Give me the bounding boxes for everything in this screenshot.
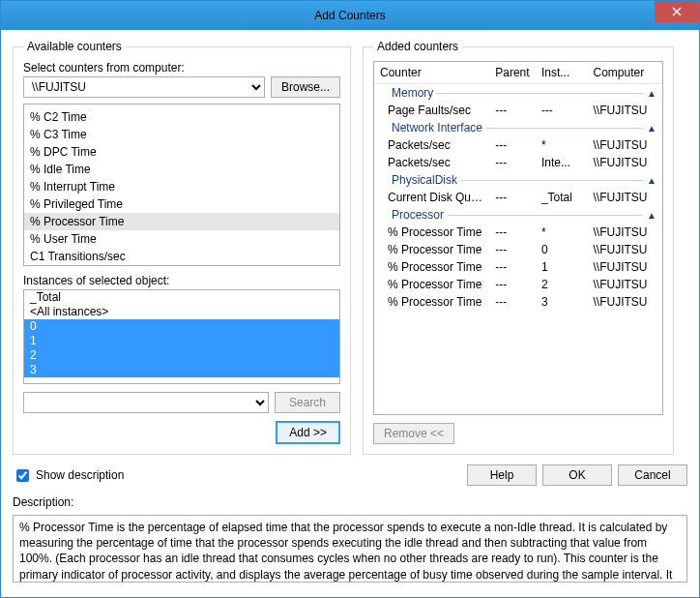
collapse-icon[interactable]: ▲ [647, 123, 656, 134]
table-row[interactable]: % Processor Time---*\\FUJITSU [374, 224, 662, 241]
group-name: PhysicalDisk [392, 173, 457, 187]
table-row[interactable]: Packets/sec---Inte...\\FUJITSU [374, 154, 662, 171]
instance-item[interactable]: _Total [24, 290, 339, 305]
added-counters-legend: Added counters [373, 40, 462, 53]
cell-instance: 3 [536, 293, 588, 311]
cell-instance: --- [536, 102, 588, 119]
search-combo[interactable] [23, 392, 269, 413]
counter-item[interactable]: % C3 Time [24, 126, 339, 143]
counter-item[interactable]: C1 Transitions/sec [24, 248, 339, 265]
columns: Available counters Select counters from … [13, 40, 687, 455]
description-label: Description: [13, 495, 687, 509]
instance-item[interactable]: 2 [24, 348, 339, 363]
cell-parent: --- [489, 276, 536, 293]
instance-item[interactable]: 1 [24, 334, 339, 348]
dialog-content: Available counters Select counters from … [1, 30, 699, 597]
added-table-wrap[interactable]: Counter Parent Inst... Computer Memory▲P… [373, 61, 663, 415]
table-row[interactable]: % Processor Time---2\\FUJITSU [374, 276, 662, 293]
cell-computer: \\FUJITSU [588, 241, 663, 258]
cell-parent: --- [489, 102, 536, 119]
cell-counter: Current Disk Queue ... [374, 189, 489, 206]
computer-select[interactable]: \\FUJITSU [23, 76, 265, 98]
cell-counter: % Processor Time [374, 241, 489, 258]
group-name: Processor [392, 208, 444, 222]
help-button[interactable]: Help [467, 464, 537, 486]
group-row[interactable]: Processor▲ [374, 206, 662, 224]
collapse-icon[interactable]: ▲ [647, 88, 656, 99]
available-counters-panel: Available counters Select counters from … [13, 40, 351, 455]
remove-button[interactable]: Remove << [373, 423, 454, 444]
counter-item[interactable]: % DPC Time [24, 143, 339, 161]
instance-item[interactable]: <All instances> [24, 305, 339, 319]
cell-counter: % Processor Time [374, 258, 489, 276]
col-instance[interactable]: Inst... [536, 62, 588, 84]
table-row[interactable]: % Processor Time---3\\FUJITSU [374, 293, 662, 311]
remove-row: Remove << [373, 423, 663, 444]
col-parent[interactable]: Parent [489, 62, 536, 84]
counter-item[interactable]: % Interrupt Time [24, 178, 339, 195]
cell-counter: Packets/sec [374, 136, 489, 154]
added-counters-panel: Added counters Counter Parent Inst... Co… [363, 40, 674, 455]
cell-instance: 1 [536, 258, 588, 276]
dialog-buttons: Help OK Cancel [467, 464, 687, 486]
group-name: Memory [392, 86, 433, 100]
cell-parent: --- [489, 189, 536, 206]
cell-parent: --- [489, 258, 536, 276]
collapse-icon[interactable]: ▲ [647, 210, 656, 221]
counter-item[interactable]: % Processor Time [24, 213, 339, 230]
counter-item[interactable]: % Privileged Time [24, 195, 339, 213]
group-row[interactable]: PhysicalDisk▲ [374, 171, 662, 189]
table-row[interactable]: % Processor Time---1\\FUJITSU [374, 258, 662, 276]
ok-button[interactable]: OK [542, 464, 612, 486]
cell-instance: _Total [536, 189, 588, 206]
available-counters-legend: Available counters [23, 40, 126, 53]
cell-counter: % Processor Time [374, 293, 489, 311]
show-description-label[interactable]: Show description [13, 466, 124, 485]
dialog-window: Add Counters Available counters Select c… [0, 0, 700, 598]
instances-label: Instances of selected object: [23, 274, 340, 287]
cell-instance: * [536, 136, 588, 154]
select-computer-label: Select counters from computer: [23, 61, 340, 75]
counter-item[interactable]: % User Time [24, 230, 339, 248]
cell-computer: \\FUJITSU [588, 136, 663, 154]
cell-parent: --- [489, 293, 536, 311]
under-columns-row: Show description Help OK Cancel [13, 464, 687, 486]
show-description-checkbox[interactable] [16, 469, 29, 482]
group-row[interactable]: Network Interface▲ [374, 119, 662, 136]
cell-instance: 2 [536, 276, 588, 293]
instances-listbox[interactable]: _Total<All instances>0123 [23, 289, 340, 384]
search-button[interactable]: Search [275, 392, 340, 413]
description-box[interactable]: % Processor Time is the percentage of el… [13, 515, 687, 583]
table-row[interactable]: Packets/sec---*\\FUJITSU [374, 136, 662, 154]
counter-item[interactable]: % Idle Time [24, 161, 339, 178]
cell-computer: \\FUJITSU [588, 189, 663, 206]
instance-item[interactable]: 3 [24, 363, 339, 377]
cell-instance: Inte... [536, 154, 588, 171]
table-row[interactable]: Current Disk Queue ...---_Total\\FUJITSU [374, 189, 662, 206]
table-row[interactable]: % Processor Time---0\\FUJITSU [374, 241, 662, 258]
close-button[interactable] [655, 1, 699, 22]
description-text: % Processor Time is the percentage of el… [19, 521, 672, 583]
cell-parent: --- [489, 224, 536, 241]
cell-instance: * [536, 224, 588, 241]
cell-computer: \\FUJITSU [588, 276, 663, 293]
col-computer[interactable]: Computer [588, 62, 663, 84]
cell-computer: \\FUJITSU [588, 293, 663, 311]
search-row: Search [23, 392, 340, 413]
collapse-icon[interactable]: ▲ [647, 175, 656, 186]
browse-button[interactable]: Browse... [271, 76, 340, 98]
instance-item[interactable]: 0 [24, 319, 339, 334]
group-name: Network Interface [392, 121, 482, 135]
cell-parent: --- [489, 136, 536, 154]
add-button[interactable]: Add >> [276, 421, 340, 444]
cancel-button[interactable]: Cancel [618, 464, 687, 486]
cell-computer: \\FUJITSU [588, 102, 663, 119]
counters-listbox[interactable]: % C1 Time% C2 Time% C3 Time% DPC Time% I… [23, 104, 340, 266]
col-counter[interactable]: Counter [374, 62, 489, 84]
cell-parent: --- [489, 241, 536, 258]
group-row[interactable]: Memory▲ [374, 84, 662, 103]
window-title: Add Counters [314, 9, 385, 22]
counter-item[interactable]: % C2 Time [24, 108, 339, 126]
cell-counter: % Processor Time [374, 224, 489, 241]
table-row[interactable]: Page Faults/sec------\\FUJITSU [374, 102, 662, 119]
